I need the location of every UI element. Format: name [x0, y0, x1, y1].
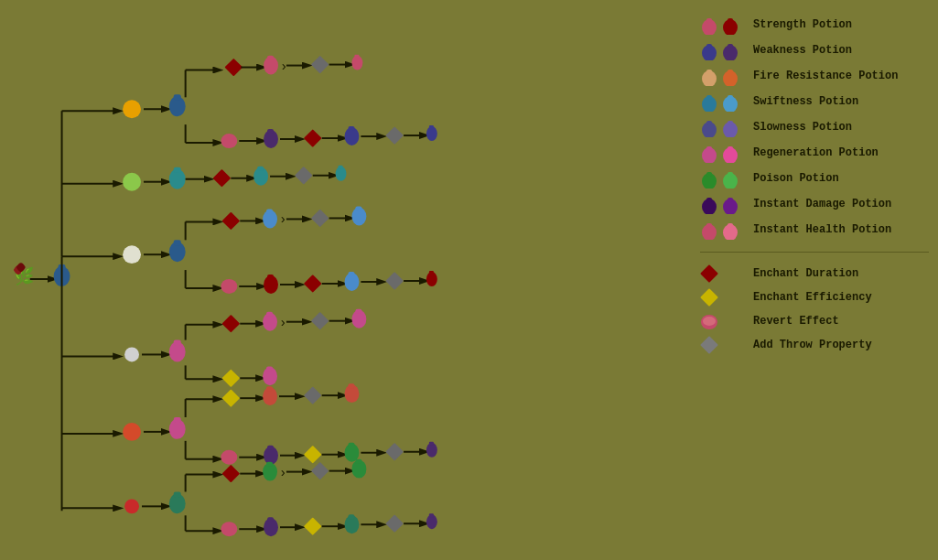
svg-point-113	[169, 419, 186, 439]
svg-point-90	[169, 342, 186, 362]
svg-rect-205	[706, 198, 712, 202]
svg-point-85	[426, 272, 437, 286]
legend-item-instant-damage: Instant Damage Potion	[700, 194, 929, 214]
svg-point-145	[169, 493, 186, 513]
svg-rect-166	[304, 517, 322, 535]
legend-icons-slowness	[700, 117, 746, 137]
svg-rect-187	[728, 70, 733, 74]
svg-rect-164	[267, 517, 274, 522]
svg-rect-10	[174, 94, 181, 100]
svg-point-57	[169, 242, 186, 262]
svg-rect-199	[728, 146, 733, 151]
svg-point-128	[221, 450, 237, 465]
svg-rect-195	[728, 121, 733, 125]
main-container: 🌿	[0, 0, 938, 560]
svg-point-52	[336, 167, 347, 181]
svg-rect-169	[348, 514, 354, 519]
svg-rect-114	[174, 417, 181, 423]
svg-point-42	[169, 169, 186, 189]
legend-item-swiftness: Swiftness Potion	[700, 92, 929, 112]
svg-rect-177	[706, 18, 712, 23]
svg-rect-68	[311, 210, 329, 228]
legend-item-poison: Poison Potion	[700, 168, 929, 188]
svg-rect-23	[354, 55, 359, 59]
svg-point-125	[345, 384, 360, 403]
svg-rect-141	[429, 442, 434, 446]
svg-text:›: ›	[279, 212, 286, 227]
svg-rect-81	[348, 272, 354, 276]
svg-rect-98	[266, 312, 273, 317]
svg-point-173	[426, 514, 437, 529]
legend-icons-instant-damage	[700, 194, 746, 214]
svg-rect-76	[267, 275, 274, 279]
svg-rect-146	[174, 491, 181, 497]
svg-point-70	[351, 208, 366, 226]
svg-rect-86	[429, 271, 434, 275]
legend-label-weakness: Weakness Potion	[753, 44, 852, 57]
svg-point-168	[345, 515, 360, 533]
svg-rect-153	[266, 462, 273, 467]
svg-rect-104	[355, 309, 361, 314]
svg-rect-156	[311, 462, 329, 480]
legend-label-swiftness: Swiftness Potion	[753, 95, 858, 108]
svg-rect-191	[728, 95, 733, 100]
svg-rect-181	[706, 44, 712, 48]
svg-rect-71	[355, 207, 361, 211]
svg-rect-58	[174, 240, 181, 245]
svg-rect-48	[257, 167, 264, 171]
svg-point-7	[123, 100, 141, 118]
svg-point-120	[263, 387, 277, 405]
legend-icons-regeneration	[700, 143, 746, 163]
svg-rect-212	[700, 264, 718, 283]
svg-point-135	[345, 444, 360, 462]
svg-rect-95	[221, 315, 240, 333]
svg-rect-33	[348, 126, 354, 131]
legend-label-instant-health: Instant Health Potion	[753, 223, 891, 236]
svg-rect-211	[728, 223, 733, 228]
svg-point-103	[351, 310, 366, 328]
legend-label-fire-resistance: Fire Resistance Potion	[753, 70, 898, 82]
legend-item-regeneration: Regeneration Potion	[700, 143, 929, 163]
svg-rect-14	[224, 59, 243, 77]
legend-icons-instant-health	[700, 220, 746, 240]
legend-panel: Strength Potion Weakness Potion	[691, 0, 938, 560]
svg-point-64	[263, 210, 277, 229]
svg-rect-197	[706, 146, 712, 151]
legend-item-fire-resistance: Fire Resistance Potion	[700, 66, 929, 86]
svg-point-108	[263, 367, 277, 385]
svg-text:›: ›	[279, 466, 286, 480]
svg-rect-193	[706, 121, 712, 125]
svg-rect-17	[267, 56, 274, 60]
legend-icons-weakness	[700, 40, 746, 60]
legend-icons-swiftness	[700, 92, 746, 112]
svg-rect-213	[700, 288, 718, 307]
legend-label-enchant-duration: Enchant Duration	[753, 267, 858, 280]
svg-point-143	[124, 499, 139, 513]
legend-label-enchant-efficiency: Enchant Efficiency	[753, 291, 872, 304]
svg-rect-28	[267, 129, 274, 134]
svg-rect-131	[267, 446, 274, 450]
legend-label-regeneration: Regeneration Potion	[753, 146, 879, 159]
svg-rect-121	[266, 386, 273, 391]
svg-point-88	[124, 348, 139, 362]
legend-item-instant-health: Instant Health Potion	[700, 220, 929, 240]
svg-rect-91	[174, 340, 181, 346]
legend-icons-fire	[700, 66, 746, 86]
svg-rect-30	[304, 129, 322, 147]
legend-item-enchant-duration: Enchant Duration	[700, 264, 929, 283]
svg-rect-138	[385, 443, 404, 461]
svg-rect-123	[304, 386, 322, 404]
svg-rect-45	[213, 169, 232, 188]
legend-label-slowness: Slowness Potion	[753, 121, 852, 134]
legend-label-revert-effect: Revert Effect	[753, 315, 839, 328]
legend-label-add-throw: Add Throw Property	[753, 339, 872, 351]
svg-rect-133	[304, 446, 322, 464]
svg-rect-203	[728, 172, 733, 177]
svg-rect-159	[355, 459, 361, 464]
svg-rect-150	[221, 465, 240, 483]
brewing-tree-panel: 🌿	[0, 0, 691, 560]
svg-point-140	[426, 443, 437, 458]
legend-label-strength: Strength Potion	[753, 18, 852, 31]
svg-rect-62	[221, 212, 240, 231]
svg-rect-38	[429, 125, 434, 129]
